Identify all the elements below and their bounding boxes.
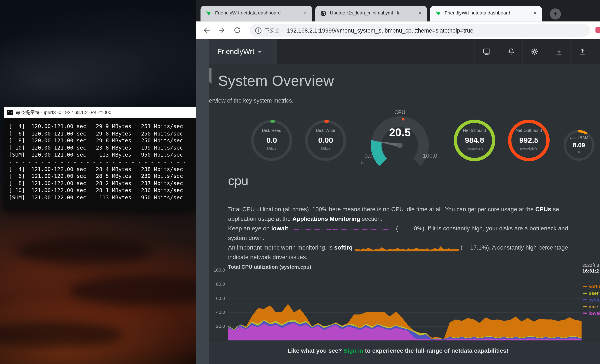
page-title: System Overview xyxy=(218,73,334,89)
gear-icon xyxy=(530,48,539,56)
text: Total CPU utilization (all cores). 100% … xyxy=(228,206,535,213)
cpu-gauge[interactable] xyxy=(360,111,440,168)
netdata-favicon xyxy=(206,10,212,17)
used-ram-text: Used RAM 8.09 % xyxy=(561,128,596,163)
legend-item-softirq[interactable]: softirq xyxy=(583,283,600,289)
cmd-title: 命令提示符 - iperf3 -c 192.168.1.2 -P4 -t1000 xyxy=(16,109,112,116)
netdata-dashboard: FriendlyWrt xyxy=(196,39,600,364)
legend-swatch xyxy=(583,286,587,287)
legend-swatch xyxy=(583,292,587,294)
gauge-unit: MiB/s xyxy=(302,146,349,150)
gauge-label: Disk Write xyxy=(302,128,349,133)
gauge-label: Disk Read xyxy=(248,128,295,133)
text: system down. xyxy=(228,234,264,241)
extension-icon[interactable] xyxy=(595,27,600,33)
new-tab-button[interactable]: + xyxy=(550,9,561,19)
brand-label: FriendlyWrt xyxy=(217,47,254,56)
tab-github[interactable]: Update r2s_lean_minimal.yml · k × xyxy=(315,6,427,21)
nav-cell-export[interactable] xyxy=(570,39,594,64)
text: indicate network driver issues. xyxy=(228,254,308,260)
monitor-icon xyxy=(482,48,491,56)
gauge-value: 0.0 xyxy=(248,136,295,144)
section-title-cpu: cpu xyxy=(228,174,249,188)
legend-label: softirq xyxy=(589,284,600,289)
reload-icon[interactable] xyxy=(233,26,242,35)
text: %). A constantly high percentage xyxy=(482,244,568,251)
back-icon[interactable] xyxy=(202,26,211,35)
nav-cell-alarms[interactable] xyxy=(499,39,523,64)
iowait-sparkline[interactable] xyxy=(291,227,394,232)
legend-item-iowait[interactable]: iowait xyxy=(583,309,600,316)
text: ( xyxy=(396,225,398,232)
brand-dropdown[interactable]: FriendlyWrt xyxy=(209,39,277,64)
iowait-label: iowait xyxy=(271,225,288,232)
tab-netdata-2-active[interactable]: FriendlyWrt netdata dashboard × xyxy=(430,6,542,21)
legend-item-nice[interactable]: nice xyxy=(583,303,600,309)
softirq-sparkline[interactable] xyxy=(355,245,459,252)
chart-date: 2020年3 xyxy=(582,262,600,268)
y-tick-label: 100.0 xyxy=(214,267,225,273)
tab-title: FriendlyWrt netdata dashboard xyxy=(445,10,530,16)
cpu-gauge-min: 0.0 xyxy=(358,152,378,159)
gauge-unit: megabits/s xyxy=(451,146,498,150)
gauge-label: Used RAM xyxy=(561,136,596,140)
disk-write-text: Disk Write 0.00 MiB/s xyxy=(302,117,349,164)
gauge-label: Net Inbound xyxy=(451,128,498,133)
paragraph-line: system down. xyxy=(228,233,600,243)
tab-title: FriendlyWrt netdata dashboard xyxy=(215,10,301,16)
security-label[interactable]: 不安全 xyxy=(265,27,280,34)
y-tick-label: 20.0 xyxy=(216,324,225,329)
netdata-favicon xyxy=(435,10,441,17)
nav-cell-display[interactable] xyxy=(474,39,498,64)
url-divider xyxy=(283,27,283,34)
nav-cell-settings[interactable] xyxy=(522,39,546,64)
applications-monitoring-link[interactable]: Applications Monitoring xyxy=(292,215,360,222)
gauge-value: 984.8 xyxy=(451,136,498,144)
legend-label: system xyxy=(589,297,600,302)
github-favicon xyxy=(320,10,326,17)
gauge-value: 992.5 xyxy=(505,136,553,144)
cpu-gauge-value: 20.5 xyxy=(375,126,425,139)
text: application usage at the xyxy=(228,215,292,222)
nav-cell-import[interactable] xyxy=(547,39,571,64)
legend-swatch xyxy=(583,306,587,307)
disk-read-text: Disk Read 0.0 MiB/s xyxy=(248,117,295,164)
text: %). If it is constantly high, your disks… xyxy=(417,225,568,232)
tab-close-icon[interactable]: × xyxy=(301,9,309,17)
cpus-link[interactable]: CPUs xyxy=(535,206,551,213)
gauge-value: 8.09 xyxy=(561,141,596,149)
cpu-utilization-chart[interactable] xyxy=(228,270,582,341)
legend-item-system[interactable]: system xyxy=(583,296,600,303)
gauge-unit: % xyxy=(561,150,596,154)
download-icon xyxy=(555,48,563,56)
cmd-output: [ 4] 120.00-121.00 sec 29.9 MBytes 251 M… xyxy=(4,118,196,210)
forward-icon[interactable] xyxy=(217,26,226,35)
paragraph-line: Total CPU utilization (all cores). 100% … xyxy=(228,204,600,214)
gauge-unit: megabits/s xyxy=(505,146,553,150)
address-bar[interactable]: 不安全 192.168.2.1:19999/#menu_system_subme… xyxy=(250,24,590,37)
cmd-window[interactable]: C:\ 命令提示符 - iperf3 -c 192.168.1.2 -P4 -t… xyxy=(4,107,196,210)
tab-close-icon[interactable]: × xyxy=(416,9,424,17)
tab-strip: FriendlyWrt netdata dashboard × Update r… xyxy=(196,0,600,21)
chevron-down-icon xyxy=(258,51,262,53)
iowait-value: 0 xyxy=(398,223,417,233)
signin-link[interactable]: Sign in xyxy=(344,347,363,354)
paragraph-line: indicate network driver issues. xyxy=(228,252,600,262)
cmd-titlebar[interactable]: C:\ 命令提示符 - iperf3 -c 192.168.1.2 -P4 -t… xyxy=(4,107,196,118)
legend-item-user[interactable]: user xyxy=(583,289,600,296)
info-icon[interactable] xyxy=(254,26,262,35)
legend-label: nice xyxy=(589,304,598,309)
tab-title: Update r2s_lean_minimal.yml · k xyxy=(330,10,415,16)
browser-window: FriendlyWrt netdata dashboard × Update r… xyxy=(196,0,600,364)
text: se xyxy=(551,206,559,213)
net-outbound-text: Net Outbound 992.5 megabits/s xyxy=(505,117,553,164)
cpu-gauge-unit: % xyxy=(360,160,364,165)
y-tick-label: 80.0 xyxy=(216,281,225,287)
y-tick-label: 40.0 xyxy=(216,310,225,315)
tab-close-icon[interactable]: × xyxy=(531,9,539,17)
legend-label: user xyxy=(589,291,599,296)
url-text[interactable]: 192.168.2.1:19999/#menu_system_submenu_c… xyxy=(287,27,473,34)
cpu-peak-dot xyxy=(402,118,404,121)
tab-netdata-1[interactable]: FriendlyWrt netdata dashboard × xyxy=(200,6,312,21)
paragraph-line: application usage at the Applications Mo… xyxy=(228,214,600,223)
